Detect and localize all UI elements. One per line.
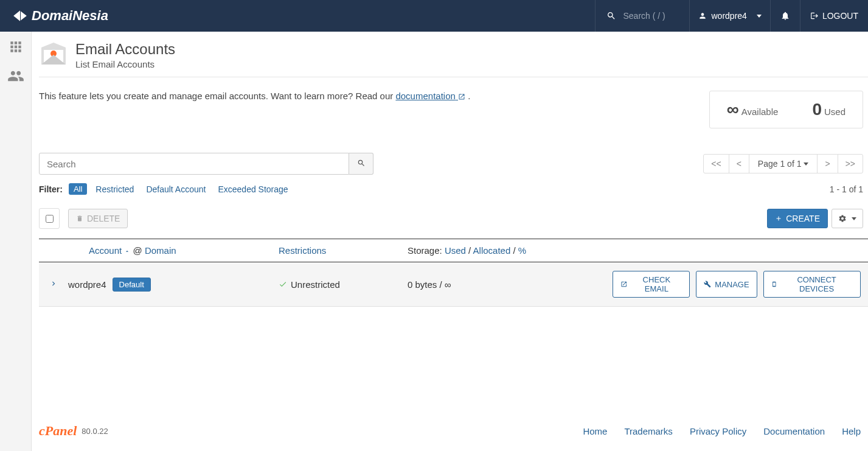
- notifications-button[interactable]: [770, 0, 800, 32]
- documentation-link[interactable]: documentation: [395, 91, 465, 101]
- search-group: [39, 153, 373, 175]
- logout-label: LOGOUT: [822, 11, 858, 21]
- logo-icon: [12, 8, 28, 24]
- col-account-sort[interactable]: Account: [89, 245, 130, 256]
- col-at: @: [130, 245, 145, 256]
- pager: << < Page 1 of 1 > >>: [704, 154, 863, 173]
- row-account-name: wordpre4: [68, 279, 106, 290]
- connect-devices-button[interactable]: CONNECT DEVICES: [763, 271, 861, 298]
- trash-icon: [76, 215, 83, 222]
- check-icon: [279, 280, 287, 288]
- sidenav-apps[interactable]: [8, 39, 24, 57]
- logout-button[interactable]: LOGOUT: [800, 0, 868, 32]
- email-accounts-icon: [39, 40, 68, 69]
- intro-pre: This feature lets you create and manage …: [39, 91, 395, 101]
- col-sep2: /: [510, 245, 518, 256]
- stat-used: 0Used: [795, 91, 863, 128]
- stat-available-label: Available: [741, 107, 779, 117]
- intro-text: This feature lets you create and manage …: [39, 91, 709, 101]
- col-used-sort[interactable]: Used: [445, 245, 466, 256]
- footer-trademarks[interactable]: Trademarks: [624, 426, 672, 436]
- search-input[interactable]: [39, 153, 349, 175]
- stat-used-label: Used: [824, 107, 845, 117]
- col-storage-prefix: Storage:: [408, 245, 445, 256]
- caret-down-icon: [804, 163, 808, 166]
- filter-restricted[interactable]: Restricted: [95, 184, 134, 194]
- pager-first[interactable]: <<: [703, 154, 729, 173]
- caret-down-icon: [757, 15, 762, 18]
- cpanel-logo: cPanel: [39, 423, 77, 439]
- col-sep1: /: [466, 245, 473, 256]
- filter-label: Filter:: [39, 184, 63, 194]
- stats-box: ∞Available 0Used: [709, 91, 863, 128]
- row-restrictions-text: Unrestricted: [291, 279, 340, 290]
- intro-post: .: [465, 91, 470, 101]
- cpanel-version: 80.0.22: [82, 427, 108, 436]
- manage-label: MANAGE: [715, 280, 749, 289]
- brand-logo[interactable]: DomaiNesia: [0, 8, 120, 24]
- caret-down-icon: [852, 217, 856, 220]
- user-icon: [698, 12, 707, 20]
- header-search-input[interactable]: [623, 11, 678, 21]
- footer-help[interactable]: Help: [842, 426, 861, 436]
- check-email-button[interactable]: CHECK EMAIL: [613, 271, 690, 298]
- col-allocated-sort[interactable]: Allocated: [473, 245, 511, 256]
- top-header: DomaiNesia wordpre4 LOGOUT: [0, 0, 868, 32]
- delete-label: DELETE: [87, 214, 120, 223]
- result-count: 1 - 1 of 1: [830, 184, 863, 194]
- pager-last[interactable]: >>: [838, 154, 863, 173]
- username: wordpre4: [712, 11, 747, 21]
- page-header: Email Accounts List Email Accounts: [39, 38, 868, 77]
- pager-mid-label: Page 1 of 1: [758, 159, 802, 169]
- connect-label: CONNECT DEVICES: [780, 275, 853, 293]
- header-search[interactable]: [595, 0, 689, 32]
- filter-all[interactable]: All: [69, 183, 87, 195]
- pager-prev[interactable]: <: [729, 154, 749, 173]
- stat-used-num: 0: [812, 100, 822, 119]
- row-default-badge: Default: [113, 278, 151, 292]
- side-nav: [0, 32, 32, 451]
- table-row: wordpre4 Default Unrestricted 0 bytes / …: [39, 262, 868, 307]
- search-button[interactable]: [349, 153, 373, 175]
- page-subtitle: List Email Accounts: [75, 59, 175, 69]
- col-restrictions-sort[interactable]: Restrictions: [279, 245, 326, 256]
- chevron-right-icon: [49, 279, 58, 288]
- row-expand[interactable]: [39, 279, 68, 290]
- row-storage: 0 bytes / ∞: [408, 279, 613, 290]
- mobile-icon: [771, 280, 777, 288]
- settings-button[interactable]: [832, 209, 863, 228]
- wrench-icon: [704, 281, 711, 288]
- select-all-input[interactable]: [46, 215, 54, 223]
- pager-page-select[interactable]: Page 1 of 1: [749, 154, 818, 173]
- page-title: Email Accounts: [75, 41, 175, 58]
- gear-icon: [838, 214, 847, 223]
- filter-exceeded[interactable]: Exceeded Storage: [218, 184, 288, 194]
- stat-available-num: ∞: [727, 100, 739, 119]
- filter-default-account[interactable]: Default Account: [146, 184, 206, 194]
- sort-up-icon: [124, 248, 130, 254]
- plus-icon: [775, 215, 782, 222]
- footer-privacy[interactable]: Privacy Policy: [690, 426, 746, 436]
- user-menu[interactable]: wordpre4: [689, 0, 770, 32]
- create-button[interactable]: CREATE: [767, 209, 828, 228]
- users-icon: [7, 68, 24, 85]
- brand-text: DomaiNesia: [32, 8, 108, 24]
- manage-button[interactable]: MANAGE: [696, 271, 757, 298]
- select-all-checkbox[interactable]: [39, 208, 60, 229]
- external-link-icon: [620, 281, 627, 288]
- external-link-icon: [458, 93, 465, 100]
- stat-available: ∞Available: [710, 91, 796, 128]
- col-percent-sort[interactable]: %: [518, 245, 526, 256]
- bell-icon: [780, 11, 790, 21]
- search-icon: [357, 159, 366, 167]
- delete-button[interactable]: DELETE: [68, 209, 128, 228]
- search-icon: [606, 11, 616, 21]
- check-email-label: CHECK EMAIL: [631, 275, 682, 293]
- pager-next[interactable]: >: [817, 154, 838, 173]
- logout-icon: [810, 12, 819, 20]
- sidenav-users[interactable]: [7, 68, 24, 86]
- col-domain-sort[interactable]: Domain: [145, 245, 176, 256]
- footer-documentation[interactable]: Documentation: [763, 426, 825, 436]
- footer-home[interactable]: Home: [583, 426, 607, 436]
- grid-icon: [8, 39, 24, 55]
